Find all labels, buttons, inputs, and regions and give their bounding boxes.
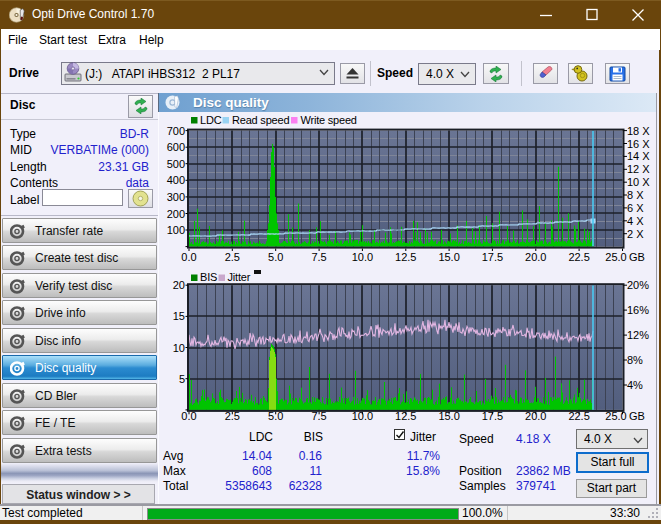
svg-text:200: 200 bbox=[167, 208, 185, 220]
svg-text:10.0: 10.0 bbox=[352, 251, 373, 263]
svg-text:Jitter: Jitter bbox=[228, 271, 251, 283]
svg-text:25.0: 25.0 bbox=[605, 251, 626, 263]
svg-text:17.5: 17.5 bbox=[482, 251, 503, 263]
svg-text:GB: GB bbox=[629, 251, 645, 263]
svg-text:2 X: 2 X bbox=[627, 228, 644, 240]
svg-text:Read speed: Read speed bbox=[232, 114, 289, 126]
svg-text:500: 500 bbox=[167, 158, 185, 170]
svg-text:15.0: 15.0 bbox=[438, 251, 459, 263]
svg-text:8%: 8% bbox=[627, 354, 643, 366]
svg-text:10: 10 bbox=[173, 342, 185, 354]
svg-text:100: 100 bbox=[167, 224, 185, 236]
svg-text:2.5: 2.5 bbox=[225, 251, 240, 263]
svg-text:8 X: 8 X bbox=[627, 189, 644, 201]
svg-text:20: 20 bbox=[173, 279, 185, 291]
svg-text:5.0: 5.0 bbox=[268, 251, 283, 263]
svg-text:12.5: 12.5 bbox=[395, 410, 416, 422]
svg-text:Write speed: Write speed bbox=[301, 114, 357, 126]
svg-text:18 X: 18 X bbox=[627, 125, 650, 137]
svg-text:2.5: 2.5 bbox=[225, 410, 240, 422]
svg-text:25.0: 25.0 bbox=[605, 410, 626, 422]
svg-text:16%: 16% bbox=[627, 304, 649, 316]
svg-text:22.5: 22.5 bbox=[568, 410, 589, 422]
svg-text:5: 5 bbox=[179, 373, 185, 385]
svg-text:4%: 4% bbox=[627, 379, 643, 391]
svg-text:7.5: 7.5 bbox=[311, 251, 326, 263]
svg-text:700: 700 bbox=[167, 125, 185, 137]
svg-text:16 X: 16 X bbox=[627, 138, 650, 150]
svg-text:0.0: 0.0 bbox=[181, 251, 196, 263]
svg-text:7.5: 7.5 bbox=[311, 410, 326, 422]
svg-text:LDC: LDC bbox=[200, 114, 222, 126]
svg-text:BIS: BIS bbox=[200, 271, 217, 283]
svg-text:14 X: 14 X bbox=[627, 150, 650, 162]
svg-text:20%: 20% bbox=[627, 279, 649, 291]
svg-text:20.0: 20.0 bbox=[525, 251, 546, 263]
svg-text:20.0: 20.0 bbox=[525, 410, 546, 422]
svg-text:0.0: 0.0 bbox=[181, 410, 196, 422]
svg-text:12 X: 12 X bbox=[627, 163, 650, 175]
svg-text:12.5: 12.5 bbox=[395, 251, 416, 263]
svg-text:15.0: 15.0 bbox=[438, 410, 459, 422]
svg-text:GB: GB bbox=[629, 410, 645, 422]
svg-text:5.0: 5.0 bbox=[268, 410, 283, 422]
svg-text:400: 400 bbox=[167, 174, 185, 186]
svg-text:17.5: 17.5 bbox=[482, 410, 503, 422]
svg-text:12%: 12% bbox=[627, 329, 649, 341]
svg-text:6 X: 6 X bbox=[627, 202, 644, 214]
svg-text:600: 600 bbox=[167, 141, 185, 153]
svg-text:22.5: 22.5 bbox=[568, 251, 589, 263]
svg-text:10 X: 10 X bbox=[627, 176, 650, 188]
svg-text:10.0: 10.0 bbox=[352, 410, 373, 422]
svg-text:4 X: 4 X bbox=[627, 215, 644, 227]
svg-text:300: 300 bbox=[167, 191, 185, 203]
svg-text:15: 15 bbox=[173, 310, 185, 322]
